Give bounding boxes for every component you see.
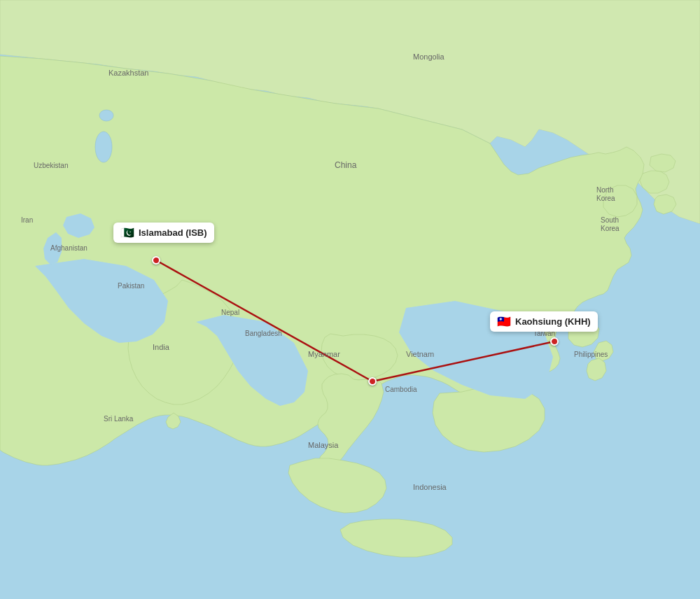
nepal-label: Nepal bbox=[221, 309, 239, 316]
origin-airport-dot bbox=[152, 256, 160, 265]
waypoint-dot bbox=[368, 377, 377, 386]
myanmar-label: Myanmar bbox=[308, 350, 340, 358]
svg-point-2 bbox=[99, 110, 113, 121]
china-label: China bbox=[335, 160, 357, 170]
iran-label: Iran bbox=[21, 216, 33, 224]
sri-lanka-label: Sri Lanka bbox=[104, 415, 134, 423]
south-korea-label: South bbox=[601, 216, 619, 224]
svg-point-1 bbox=[95, 132, 112, 162]
cambodia-label: Cambodia bbox=[385, 386, 417, 393]
map-container: Kazakhstan Uzbekistan Iran Afghanistan P… bbox=[0, 0, 700, 599]
mongolia-label: Mongolia bbox=[413, 52, 445, 61]
philippines-label: Philippines bbox=[574, 351, 608, 358]
pakistan-label: Pakistan bbox=[118, 282, 144, 290]
vietnam-label: Vietnam bbox=[406, 350, 434, 358]
malaysia-label: Malaysia bbox=[308, 441, 339, 449]
north-korea-label: North bbox=[596, 186, 613, 194]
afghanistan-label: Afghanistan bbox=[50, 244, 88, 252]
north-korea-label2: Korea bbox=[596, 195, 615, 202]
indonesia-label: Indonesia bbox=[413, 483, 447, 491]
south-korea-label2: Korea bbox=[601, 225, 620, 232]
map-svg: Kazakhstan Uzbekistan Iran Afghanistan P… bbox=[0, 0, 700, 599]
destination-airport-dot bbox=[550, 337, 559, 346]
taiwan-label: Taiwan bbox=[533, 330, 555, 337]
uzbekistan-label: Uzbekistan bbox=[34, 162, 68, 169]
kazakhstan-label: Kazakhstan bbox=[108, 69, 148, 77]
bangladesh-label: Bangladesh bbox=[245, 330, 282, 337]
india-label: India bbox=[153, 343, 170, 351]
